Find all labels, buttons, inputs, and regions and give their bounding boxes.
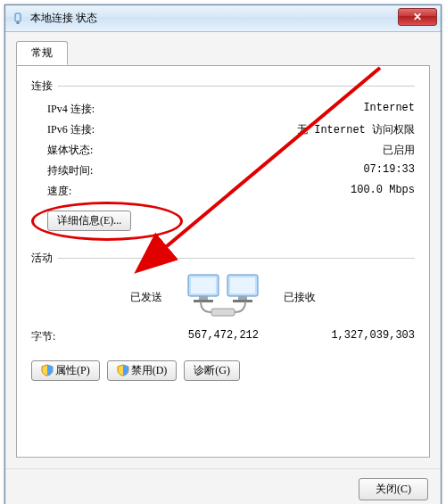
svg-rect-5 <box>191 277 216 293</box>
duration-value: 07:19:33 <box>363 163 415 178</box>
svg-rect-0 <box>15 13 21 21</box>
bytes-received-value: 1,327,039,303 <box>259 329 415 344</box>
bytes-label: 字节: <box>31 329 103 344</box>
group-activity: 活动 已发送 <box>31 251 415 344</box>
tabbar: 常规 <box>16 41 430 66</box>
activity-monitors-icon <box>169 271 277 324</box>
disable-button[interactable]: 禁用(D) <box>107 360 178 381</box>
dialog-body: 常规 连接 IPv4 连接: Internet IPv6 连接: 无 Inter… <box>5 32 441 468</box>
speed-value: 100.0 Mbps <box>351 184 415 199</box>
svg-rect-12 <box>211 309 235 316</box>
sent-label: 已发送 <box>31 290 169 305</box>
speed-label: 速度: <box>47 184 71 199</box>
properties-button[interactable]: 属性(P) <box>31 360 100 381</box>
dialog-footer: 关闭(C) <box>5 468 441 504</box>
group-connection: 连接 IPv4 连接: Internet IPv6 连接: 无 Internet… <box>31 78 415 235</box>
duration-label: 持续时间: <box>47 163 93 178</box>
svg-rect-6 <box>199 296 208 300</box>
received-label: 已接收 <box>277 290 415 305</box>
window-close-button[interactable]: ✕ <box>398 8 437 26</box>
svg-rect-10 <box>238 296 247 300</box>
svg-rect-1 <box>17 21 20 24</box>
disable-button-label: 禁用(D) <box>131 364 168 376</box>
shield-icon <box>117 364 129 376</box>
divider <box>58 258 415 259</box>
svg-rect-11 <box>233 300 252 302</box>
action-buttons: 属性(P) 禁用(D) 诊断(G) <box>31 360 415 381</box>
divider <box>58 86 415 87</box>
ipv6-value: 无 Internet 访问权限 <box>297 122 415 137</box>
svg-rect-7 <box>194 300 213 302</box>
titlebar: 本地连接 状态 ✕ <box>5 5 441 32</box>
network-adapter-icon <box>11 12 25 26</box>
svg-rect-9 <box>230 277 255 293</box>
status-dialog: 本地连接 状态 ✕ 常规 连接 IPv4 <box>4 4 442 504</box>
window-title: 本地连接 状态 <box>30 11 97 26</box>
shield-icon <box>41 364 54 376</box>
properties-button-label: 属性(P) <box>55 364 90 376</box>
diagnose-button[interactable]: 诊断(G) <box>184 360 240 381</box>
ipv4-label: IPv4 连接: <box>47 102 95 117</box>
tab-general[interactable]: 常规 <box>16 41 68 65</box>
diagnose-button-label: 诊断(G) <box>194 364 230 376</box>
close-button[interactable]: 关闭(C) <box>359 478 428 500</box>
ipv4-value: Internet <box>363 102 415 117</box>
media-state-value: 已启用 <box>383 143 415 158</box>
details-button[interactable]: 详细信息(E)... <box>47 211 131 231</box>
ipv6-label: IPv6 连接: <box>47 122 95 137</box>
group-connection-heading: 连接 <box>31 78 53 94</box>
close-icon: ✕ <box>413 11 422 23</box>
tab-page-general: 连接 IPv4 连接: Internet IPv6 连接: 无 Internet… <box>16 65 430 458</box>
bytes-sent-value: 567,472,212 <box>103 329 259 344</box>
media-state-label: 媒体状态: <box>47 143 93 158</box>
group-activity-heading: 活动 <box>31 251 53 266</box>
